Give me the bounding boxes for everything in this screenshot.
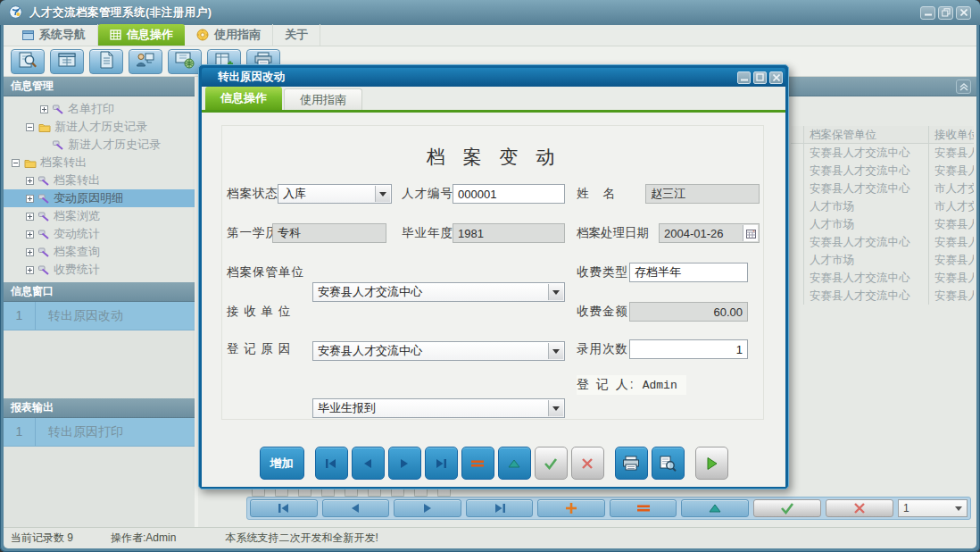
minus-record-button[interactable]	[461, 447, 494, 480]
list-item[interactable]: 1转出原因改动	[4, 302, 195, 330]
prev-record-button[interactable]	[322, 499, 390, 517]
table-row[interactable]: 安赛县人才交流中心安赛县人才交流中心	[791, 144, 974, 162]
dialog-minimize-button[interactable]	[737, 71, 751, 84]
table-row[interactable]: 人才市场安赛县人才交流中心	[791, 251, 974, 269]
tree-item[interactable]: 档案转出	[4, 154, 195, 171]
last-record-button[interactable]	[425, 447, 458, 480]
add-button[interactable]: 增加	[260, 447, 304, 480]
confirm-record-button[interactable]	[753, 499, 821, 517]
tree-item[interactable]: 变动原因明细	[4, 189, 195, 207]
search-toolbar-button[interactable]	[11, 49, 45, 74]
table-row[interactable]: 安赛县人才交流中心安赛县人才交流中心	[791, 162, 974, 180]
archive-status-value: 入库	[283, 186, 306, 202]
keep-unit-select[interactable]: 安赛县人才交流中心	[312, 282, 565, 302]
next-record-button[interactable]	[394, 499, 461, 517]
talent-id-input[interactable]	[453, 184, 565, 204]
table-cell: 安赛县人才交流中心	[929, 251, 974, 269]
dialog-maximize-button[interactable]	[753, 71, 767, 84]
tree-item[interactable]: 新进人才历史记录	[4, 136, 195, 154]
tree-item[interactable]: 新进人才历史记录	[4, 118, 195, 136]
confirm-button[interactable]	[535, 447, 568, 480]
tree-item[interactable]: 档案查询	[4, 243, 195, 261]
archive-status-select[interactable]: 入库	[278, 184, 392, 204]
registrar-label: 登 记 人:	[577, 377, 635, 393]
reg-reason-select[interactable]: 毕业生报到	[312, 398, 565, 418]
plus-expander-icon[interactable]	[25, 266, 35, 274]
plus-expander-icon[interactable]	[25, 195, 35, 203]
table-row[interactable]: 人才市场安赛县人才交流中心	[791, 215, 974, 233]
table-cell: 安赛县人才交流中心	[804, 180, 929, 197]
preview-button[interactable]	[652, 447, 685, 480]
plus-expander-icon[interactable]	[25, 248, 35, 256]
run-button[interactable]	[695, 447, 728, 480]
table-row[interactable]: 安赛县人才交流中心安赛县人才交流中心	[791, 287, 974, 305]
plus-expander-icon[interactable]	[25, 230, 35, 238]
up-record-button[interactable]	[498, 447, 531, 480]
print-button[interactable]	[615, 447, 648, 480]
minus-expander-icon[interactable]	[25, 123, 35, 131]
dialog-close-button[interactable]	[769, 71, 783, 84]
tree-item[interactable]: 收费统计	[4, 261, 195, 279]
first-degree-label: 第一学历	[227, 223, 278, 243]
column-header[interactable]: 接收单位	[929, 126, 974, 143]
list-item[interactable]: 1转出原因打印	[4, 418, 195, 447]
records-table: 档案保管单位接收单位安赛县人才交流中心安赛县人才交流中心安赛县人才交流中心安赛县…	[791, 126, 974, 305]
tab-system-nav[interactable]: 系统导航	[11, 24, 98, 46]
spacer	[608, 447, 611, 480]
plus-expander-icon[interactable]	[39, 105, 49, 113]
tree-item[interactable]: 名单打印	[4, 100, 195, 118]
form-toolbar-button[interactable]	[50, 49, 84, 74]
minimize-button[interactable]	[920, 6, 935, 20]
calendar-icon[interactable]	[743, 225, 758, 241]
user-toolbar-button[interactable]	[129, 49, 162, 74]
first-record-button[interactable]	[315, 447, 348, 480]
tree-item[interactable]: 档案转出	[4, 171, 195, 189]
minus-record-button[interactable]	[610, 499, 677, 517]
last-record-button[interactable]	[466, 499, 534, 517]
tree-item[interactable]: 变动统计	[4, 225, 195, 243]
plus-expander-icon[interactable]	[25, 177, 35, 185]
cancel-record-button[interactable]	[826, 499, 893, 517]
chevron-down-icon[interactable]	[548, 343, 563, 359]
tree-item-label: 档案转出	[54, 172, 100, 188]
column-header[interactable]: 档案保管单位	[804, 126, 929, 143]
dialog-tab-user-guide[interactable]: 使用指南	[284, 88, 362, 110]
plus-record-button[interactable]	[537, 499, 605, 517]
cancel-button[interactable]	[571, 447, 604, 480]
chevron-down-icon[interactable]	[375, 186, 390, 202]
fee-type-input[interactable]	[629, 263, 748, 282]
tab-about[interactable]: 关于	[273, 24, 320, 46]
form-icon	[57, 52, 77, 71]
table-row[interactable]: 安赛县人才交流中心安赛县人才交流中心	[791, 269, 974, 287]
sidebar-header-report-output: 报表输出	[4, 398, 195, 418]
chevron-down-icon[interactable]	[548, 400, 563, 416]
prev-record-button[interactable]	[352, 447, 385, 480]
table-row[interactable]: 人才市场市人才交流中心	[791, 197, 974, 215]
receive-unit-select[interactable]: 安赛县人才交流中心	[312, 341, 565, 361]
up-record-button[interactable]	[681, 499, 749, 517]
plus-expander-icon[interactable]	[25, 213, 35, 221]
dialog-tab-info-operation[interactable]: 信息操作	[205, 87, 282, 110]
tab-user-guide[interactable]: 使用指南	[185, 24, 273, 46]
hire-count-input[interactable]	[629, 339, 748, 359]
collapse-panel-button[interactable]	[956, 79, 971, 94]
row-selector	[791, 180, 804, 197]
first-record-button[interactable]	[250, 499, 318, 517]
page-select[interactable]: 1	[898, 499, 968, 517]
restore-button[interactable]	[938, 6, 953, 20]
list-item-label: 转出原因打印	[36, 424, 123, 440]
document-toolbar-button[interactable]	[89, 49, 123, 74]
table-row[interactable]: 安赛县人才交流中心市人才交流中心	[791, 180, 974, 197]
next-record-button[interactable]	[388, 447, 421, 480]
tab-info-operation[interactable]: 信息操作	[98, 24, 185, 46]
app-window: 人才交流档案管理系统(非注册用户) 系统导航信息操作使用指南关于 信息管理 名单…	[0, 0, 980, 552]
chevron-down-icon[interactable]	[548, 284, 563, 300]
process-date-value: 2004-01-26	[664, 227, 724, 240]
table-row[interactable]: 安赛县人才交流中心安赛县人才交流中心	[791, 233, 974, 251]
tree-item[interactable]: 档案浏览	[4, 207, 195, 225]
folder-icon	[38, 122, 51, 132]
screen-toolbar-button[interactable]	[168, 49, 202, 74]
close-button[interactable]	[956, 6, 971, 20]
minus-expander-icon[interactable]	[11, 159, 21, 167]
receive-unit-label: 接 收 单 位	[227, 302, 291, 322]
